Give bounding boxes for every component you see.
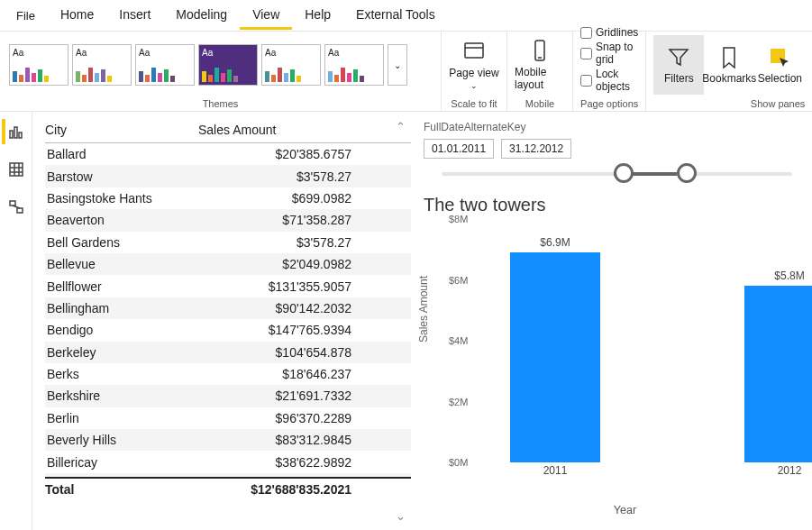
page-view-button[interactable]: Page view⌄ <box>449 35 499 95</box>
x-tick: 2011 <box>543 464 568 477</box>
snap-to-grid-checkbox[interactable]: Snap to grid <box>580 41 638 66</box>
page-view-icon <box>461 40 487 65</box>
cell-amount: $3'578.27 <box>198 235 351 250</box>
gridlines-checkbox[interactable]: Gridlines <box>580 26 638 39</box>
date-range-slider[interactable] <box>442 168 792 178</box>
theme-thumb-4[interactable]: Aa <box>198 44 258 86</box>
svg-rect-6 <box>14 127 17 138</box>
bookmark-icon <box>716 45 742 70</box>
table-row[interactable]: Berkshire$21'691.7332 <box>45 385 411 407</box>
cell-city: Beaverton <box>45 213 198 227</box>
table-row[interactable]: Berks$18'646.237 <box>45 363 411 385</box>
table-row[interactable]: Bell Gardens$3'578.27 <box>45 232 411 253</box>
table-header-city[interactable]: City <box>45 123 198 137</box>
cell-amount: $147'765.9394 <box>198 323 351 337</box>
mobile-layout-button[interactable]: Mobile layout <box>515 35 565 95</box>
scroll-down-arrow[interactable]: ⌄ <box>393 508 407 523</box>
cell-city: Barstow <box>45 169 198 184</box>
table-row[interactable]: Basingstoke Hants$699.0982 <box>45 187 411 209</box>
ribbon-group-themes-label: Themes <box>0 98 441 111</box>
model-icon <box>8 199 24 215</box>
y-tick: $6M <box>449 275 468 286</box>
scroll-up-arrow[interactable]: ⌃ <box>393 119 407 133</box>
cell-city: Bell Gardens <box>45 235 198 250</box>
theme-thumb-1[interactable]: Aa <box>9 44 68 86</box>
chart-data-label: $5.8M <box>774 270 804 282</box>
slicer-date-to[interactable]: 31.12.2012 <box>501 139 571 159</box>
x-tick: 2012 <box>778 464 802 477</box>
cell-city: Ballard <box>45 147 198 161</box>
tab-modeling[interactable]: Modeling <box>163 2 240 30</box>
table-row[interactable]: Bendigo$147'765.9394 <box>45 319 411 341</box>
cell-city: Basingstoke Hants <box>45 191 198 206</box>
cell-city: Beverly Hills <box>45 433 198 447</box>
data-view-button[interactable] <box>4 157 29 182</box>
tab-help[interactable]: Help <box>292 2 343 30</box>
bar-chart-icon <box>8 123 24 140</box>
cell-city: Billericay <box>45 455 198 470</box>
cell-amount: $71'358.287 <box>198 213 351 227</box>
chart-data-label: $6.9M <box>540 236 570 249</box>
cell-city: Berlin <box>45 411 198 425</box>
tab-home[interactable]: Home <box>48 2 106 30</box>
themes-dropdown[interactable]: ⌄ <box>388 44 407 86</box>
funnel-icon <box>666 45 691 70</box>
cell-city: Bendigo <box>45 323 198 337</box>
slider-handle-from[interactable] <box>614 163 634 183</box>
tab-view[interactable]: View <box>240 2 292 30</box>
table-header-amount[interactable]: Sales Amount <box>198 123 276 137</box>
table-row[interactable]: Bellflower$131'355.9057 <box>45 275 411 297</box>
file-menu[interactable]: File <box>7 9 44 23</box>
theme-thumb-6[interactable]: Aa <box>324 44 384 86</box>
y-tick: $8M <box>449 214 468 224</box>
model-view-button[interactable] <box>4 195 29 220</box>
cell-amount: $83'312.9845 <box>198 433 351 447</box>
cell-amount: $21'691.7332 <box>198 388 351 403</box>
y-tick: $4M <box>449 335 468 346</box>
cell-amount: $699.0982 <box>198 191 351 206</box>
svg-rect-14 <box>17 208 23 213</box>
table-total-amount: $12'688'835.2021 <box>198 482 351 497</box>
selection-icon <box>767 45 792 70</box>
theme-thumb-3[interactable]: Aa <box>135 44 195 86</box>
bookmarks-pane-button[interactable]: Bookmarks <box>704 35 754 95</box>
svg-rect-8 <box>10 163 23 176</box>
filters-pane-button[interactable]: Filters <box>653 35 704 95</box>
svg-rect-0 <box>465 43 483 58</box>
table-row[interactable]: Beaverton$71'358.287 <box>45 209 411 231</box>
table-row[interactable]: Berkeley$104'654.878 <box>45 342 411 363</box>
ribbon-group-mobile-label: Mobile <box>507 98 572 111</box>
chart-bar[interactable] <box>510 252 600 462</box>
table-row[interactable]: Bellevue$2'049.0982 <box>45 253 411 275</box>
cell-amount: $2'049.0982 <box>198 257 351 271</box>
selection-pane-button[interactable]: Selection <box>754 35 805 95</box>
ribbon-group-page-options-label: Page options <box>573 98 645 111</box>
chart-x-axis-label: Year <box>614 504 636 516</box>
theme-thumb-2[interactable]: Aa <box>72 44 132 86</box>
tab-insert[interactable]: Insert <box>106 2 163 30</box>
report-view-button[interactable] <box>2 119 27 144</box>
table-row[interactable]: Beverly Hills$83'312.9845 <box>45 429 411 451</box>
table-row[interactable]: Billericay$38'622.9892 <box>45 451 411 472</box>
table-total-label: Total <box>45 482 198 497</box>
table-row[interactable]: Berlin$96'370.2289 <box>45 407 411 429</box>
svg-rect-13 <box>10 201 15 206</box>
cell-amount: $131'355.9057 <box>198 279 351 294</box>
table-row[interactable]: Ballard$20'385.6757 <box>45 143 411 165</box>
cell-city: Bellevue <box>45 257 198 271</box>
lock-objects-checkbox[interactable]: Lock objects <box>580 68 638 93</box>
table-row[interactable]: Barstow$3'578.27 <box>45 165 411 187</box>
cell-city: Berkshire <box>45 388 198 403</box>
chart-y-axis-label: Sales Amount <box>417 276 430 343</box>
cell-amount: $96'370.2289 <box>198 411 351 425</box>
cell-amount: $90'142.2032 <box>198 301 351 315</box>
theme-thumb-5[interactable]: Aa <box>261 44 321 86</box>
table-row[interactable]: Bellingham$90'142.2032 <box>45 297 411 319</box>
chart-bar[interactable] <box>744 286 812 462</box>
slider-handle-to[interactable] <box>677 163 697 183</box>
svg-rect-7 <box>19 132 22 138</box>
mobile-icon <box>527 39 552 64</box>
slicer-date-from[interactable]: 01.01.2011 <box>424 139 494 159</box>
tab-external-tools[interactable]: External Tools <box>343 2 448 30</box>
cell-city: Berkeley <box>45 345 198 360</box>
